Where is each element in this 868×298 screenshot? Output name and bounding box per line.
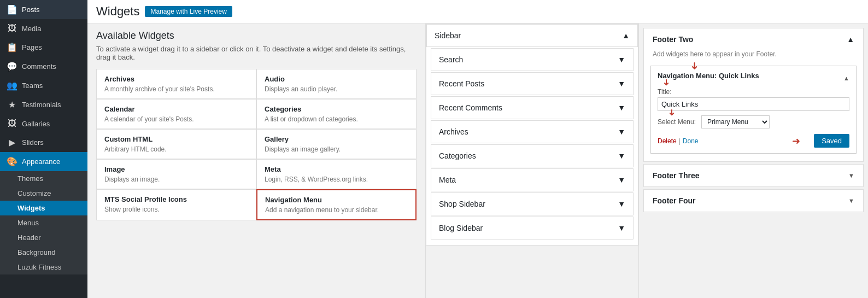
sidebar-panel-header[interactable]: Sidebar ▲ [426,24,638,47]
widget-categories[interactable]: Categories A list or dropdown of categor… [256,99,417,129]
footer-two-title: Footer Two [653,35,693,44]
sidebar-item-posts[interactable]: 📄 Posts [0,0,87,19]
appearance-icon: 🎨 [7,156,17,167]
nav-menu-widget: ➜ Navigation Menu: Quick Links ▲ ➜ Title… [650,66,857,154]
sidebar-widget-archives-arrow: ▼ [618,127,625,136]
sidebar-widget-recent-posts-arrow: ▼ [618,79,625,88]
media-icon: 🖼 [7,24,17,33]
sidebar-label-testimonials: Testimonials [22,101,61,109]
footer-three-header[interactable]: Footer Three ▼ [644,165,863,186]
footer-two-desc: Add widgets here to appear in your Foote… [644,50,863,62]
footer-three-title: Footer Three [653,171,700,180]
sidebar-widget-shop-arrow: ▼ [618,200,625,208]
sidebar-widget-recent-posts[interactable]: Recent Posts ▼ [431,72,634,95]
sidebar-item-pages[interactable]: 📋 Pages [0,38,87,57]
sidebar-widget-recent-comments[interactable]: Recent Comments ▼ [431,96,634,119]
sidebar-widget-blog[interactable]: Blog Sidebar ▼ [431,217,634,239]
widget-meta-name: Meta [265,165,408,173]
footer-four-header[interactable]: Footer Four ▼ [644,190,863,212]
form-select-menu[interactable]: Primary Menu Secondary Menu [701,115,770,128]
sidebar-item-comments[interactable]: 💬 Comments [0,57,87,76]
widget-navigation-menu[interactable]: Navigation Menu Add a navigation menu to… [256,189,417,220]
widget-audio[interactable]: Audio Displays an audio player. [256,69,417,99]
sidebar-widget-archives[interactable]: Archives ▼ [431,120,634,143]
footer-panels: Footer Two ▲ Add widgets here to appear … [638,24,868,298]
red-arrow-2: ➜ [661,79,672,86]
sidebar-label-appearance: Appearance [22,157,60,166]
saved-button[interactable]: Saved [814,134,849,148]
footer-four-arrow: ▼ [848,197,854,204]
widget-image[interactable]: Image Displays an image. [96,159,256,189]
footer-four-title: Footer Four [653,196,696,205]
sliders-icon: ▶ [7,137,17,148]
sidebar-widget-shop-label: Shop Sidebar [439,200,485,208]
footer-two-section: Footer Two ▲ Add widgets here to appear … [643,28,864,162]
widget-audio-desc: Displays an audio player. [265,85,408,93]
nav-menu-widget-header-row: ➜ Navigation Menu: Quick Links ▲ [658,72,849,84]
sidebar-sub-luzuk[interactable]: Luzuk Fitness [0,260,87,274]
widgets-subtitle: To activate a widget drag it to a sideba… [96,45,417,61]
widget-image-desc: Displays an image. [104,176,248,183]
pages-icon: 📋 [7,42,17,52]
appearance-submenu: Themes Customize Widgets Menus Header Ba… [0,171,87,274]
manage-live-preview-link[interactable]: Manage with Live Preview [145,6,232,17]
widget-mts-social[interactable]: MTS Social Profile Icons Show profile ic… [96,189,256,220]
widget-custom-html[interactable]: Custom HTML Arbitrary HTML code. [96,129,256,159]
widget-calendar[interactable]: Calendar A calendar of your site's Posts… [96,99,256,129]
form-title-input[interactable] [658,97,849,111]
teams-icon: 👥 [7,80,17,91]
nav-menu-widget-collapse[interactable]: ▲ [843,75,849,81]
widget-mts-social-desc: Show profile icons. [104,206,248,213]
widget-actions: Delete | Done ➜ Saved [658,134,849,148]
sidebar-sub-background[interactable]: Background [0,245,87,260]
sidebar-widget-blog-arrow: ▼ [618,224,625,232]
testimonials-icon: ★ [7,100,17,110]
sidebar-widget-categories-label: Categories [439,151,476,160]
footer-two-header[interactable]: Footer Two ▲ [644,28,863,50]
widget-audio-name: Audio [265,75,408,83]
widget-custom-html-name: Custom HTML [104,135,248,143]
sidebar-item-sliders[interactable]: ▶ Sliders [0,133,87,152]
form-row-title: ➜ Title: [658,87,849,111]
widget-meta[interactable]: Meta Login, RSS, & WordPress.org links. [256,159,417,189]
sidebar-widget-search[interactable]: Search ▼ [431,48,634,71]
widget-gallery[interactable]: Gallery Displays an image gallery. [256,129,417,159]
widget-archives[interactable]: Archives A monthly archive of your site'… [96,69,256,99]
red-arrow-1: ➜ [689,62,701,70]
sidebar-sub-themes[interactable]: Themes [0,171,87,186]
available-widgets-title: Available Widgets [96,30,417,42]
widget-mts-social-name: MTS Social Profile Icons [104,195,248,203]
widget-grid: Archives A monthly archive of your site'… [96,69,417,220]
delete-link[interactable]: Delete [658,137,677,145]
sidebar-item-media[interactable]: 🖼 Media [0,19,87,38]
posts-icon: 📄 [7,4,17,15]
content-wrap: Available Widgets To activate a widget d… [87,24,868,298]
sidebar-widget-blog-label: Blog Sidebar [439,224,483,232]
sidebar-sub-menus[interactable]: Menus [0,215,87,230]
widget-categories-name: Categories [265,105,408,113]
form-title-label: Title: [658,88,672,96]
link-separator: | [679,137,681,145]
sidebar-widget-recent-comments-label: Recent Comments [439,103,502,112]
widget-image-name: Image [104,165,248,173]
red-arrow-3: ➜ [667,109,677,116]
sidebar-widget-meta[interactable]: Meta ▼ [431,168,634,191]
done-link[interactable]: Done [683,137,699,145]
nav-menu-widget-title: Navigation Menu: Quick Links [658,72,759,80]
sidebar-item-testimonials[interactable]: ★ Testimonials [0,95,87,114]
sidebar-widget-categories-arrow: ▼ [618,151,625,160]
sidebar-sub-header[interactable]: Header [0,230,87,245]
widget-custom-html-desc: Arbitrary HTML code. [104,145,248,153]
sidebar-label-teams: Teams [22,81,43,90]
main-content: Widgets Manage with Live Preview Availab… [87,0,868,298]
sidebar-item-teams[interactable]: 👥 Teams [0,76,87,95]
sidebar-sub-widgets[interactable]: Widgets [0,201,87,215]
widget-gallery-desc: Displays an image gallery. [265,145,408,153]
sidebar-item-appearance[interactable]: 🎨 Appearance [0,152,87,171]
sidebar-widget-shop[interactable]: Shop Sidebar ▼ [431,192,634,215]
widget-navigation-menu-desc: Add a navigation menu to your sidebar. [265,206,408,214]
sidebar-item-galleries[interactable]: 🖼 Gallaries [0,114,87,133]
sidebar-panel-arrow-up: ▲ [622,31,630,40]
sidebar-sub-customize[interactable]: Customize [0,186,87,201]
sidebar-widget-categories[interactable]: Categories ▼ [431,144,634,167]
